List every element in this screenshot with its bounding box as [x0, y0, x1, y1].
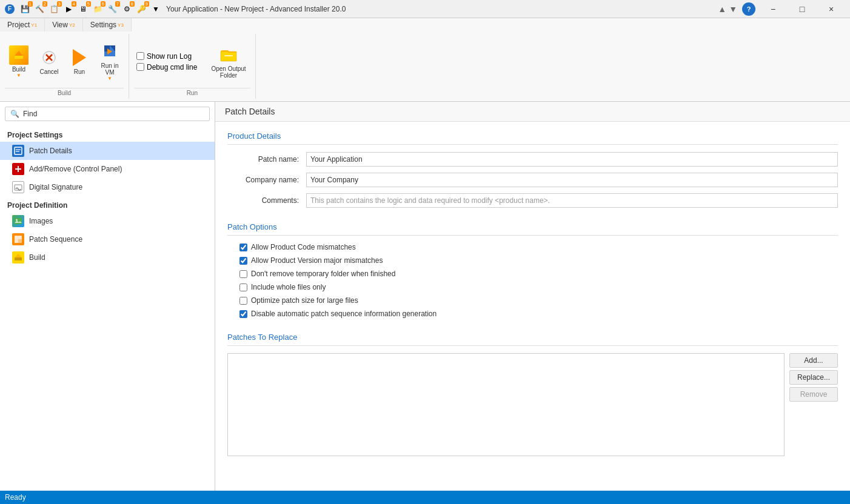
patch-details-icon — [12, 145, 24, 157]
build-button[interactable]: Build ▼ — [5, 42, 33, 81]
sidebar-item-digital-signature[interactable]: Digital Signature — [0, 178, 215, 196]
allow-version-major-option[interactable]: Allow Product Version major mismatches — [239, 256, 838, 265]
help-button[interactable]: ? — [742, 2, 755, 16]
sidebar-item-images[interactable]: Images — [0, 212, 215, 230]
patches-to-replace-title: Patches To Replace — [227, 333, 838, 346]
nav-up[interactable]: ▲ — [717, 4, 728, 14]
disable-auto-patch-label: Disable automatic patch sequence informa… — [251, 310, 437, 318]
dont-remove-temp-label: Don't remove temporary folder when finis… — [251, 270, 395, 278]
ribbon-tab-view[interactable]: ViewY2 — [45, 18, 83, 31]
product-details-section: Product Details Patch name: Company name… — [227, 131, 838, 208]
include-whole-files-checkbox[interactable] — [239, 284, 247, 291]
sidebar-item-label-images: Images — [29, 217, 53, 225]
images-icon — [12, 215, 24, 227]
sidebar-item-patch-sequence[interactable]: Patch Sequence — [0, 230, 215, 248]
disable-auto-patch-checkbox[interactable] — [239, 310, 247, 318]
patch-seq-icon — [12, 233, 24, 245]
open-output-folder-button[interactable]: Open OutputFolder — [207, 42, 250, 82]
disable-auto-patch-option[interactable]: Disable automatic patch sequence informa… — [239, 310, 838, 318]
build-nav-icon — [12, 251, 24, 264]
run-group-label: Run — [134, 88, 250, 96]
quick-access-toolbar: 💾 1 🔨 2 📋 3 ▶ 4 🖥 5 📁 6 — [18, 2, 162, 16]
svg-marker-1 — [15, 51, 23, 56]
run-in-vm-button[interactable]: Run inVM ▼ — [96, 39, 124, 84]
maximize-button[interactable]: □ — [788, 0, 816, 18]
digital-sig-icon — [12, 181, 24, 193]
content-body: Product Details Patch name: Company name… — [215, 122, 850, 480]
sidebar-item-label-patch-details: Patch Details — [29, 147, 72, 155]
allow-product-code-option[interactable]: Allow Product Code mismatches — [239, 243, 838, 251]
open-output-icon — [219, 45, 238, 64]
add-button[interactable]: Add... — [789, 353, 838, 368]
remove-button[interactable]: Remove — [789, 387, 838, 402]
patches-to-replace-section: Patches To Replace Add... Replace... Rem… — [227, 333, 838, 456]
patches-buttons: Add... Replace... Remove — [789, 353, 838, 456]
minimize-button[interactable]: − — [759, 0, 787, 18]
patch-name-row: Patch name: — [227, 152, 838, 167]
show-run-log-checkbox[interactable]: Show run Log — [136, 52, 197, 61]
sidebar-item-build-nav[interactable]: Build — [0, 248, 215, 267]
optimize-patch-size-option[interactable]: Optimize patch size for large files — [239, 296, 838, 305]
ribbon-tab-settings[interactable]: SettingsY3 — [83, 18, 132, 31]
build-icon — [9, 45, 28, 65]
app-icon: F — [5, 4, 15, 14]
include-whole-files-label: Include whole files only — [251, 283, 326, 291]
sidebar-item-label-add-remove: Add/Remove (Control Panel) — [29, 165, 122, 173]
patch-name-label: Patch name: — [227, 155, 306, 164]
project-definition-label: Project Definition — [0, 196, 215, 212]
ribbon-content: Build ▼ Cancel Run — [0, 31, 850, 101]
search-icon: 🔍 — [10, 110, 19, 118]
cancel-button[interactable]: Cancel — [35, 45, 63, 78]
content-header: Patch Details — [215, 102, 850, 122]
allow-version-major-checkbox[interactable] — [239, 257, 247, 265]
debug-cmd-checkbox[interactable]: Debug cmd line — [136, 63, 197, 71]
run-button[interactable]: Run — [65, 45, 93, 78]
dont-remove-temp-option[interactable]: Don't remove temporary folder when finis… — [239, 270, 838, 278]
svg-rect-22 — [15, 239, 18, 243]
svg-rect-17 — [15, 218, 22, 224]
search-box[interactable]: 🔍 — [5, 107, 210, 121]
company-name-input[interactable] — [306, 173, 838, 187]
sidebar: 🔍 Project Settings Patch Details Add/Rem… — [0, 102, 215, 491]
patch-options-section: Patch Options Allow Product Code mismatc… — [227, 222, 838, 318]
dont-remove-temp-checkbox[interactable] — [239, 270, 247, 278]
ribbon-tabs: ProjectY1 ViewY2 SettingsY3 — [0, 18, 850, 31]
build-group: Build ▼ Cancel Run — [0, 34, 129, 99]
company-name-row: Company name: — [227, 173, 838, 187]
allow-product-code-label: Allow Product Code mismatches — [251, 243, 356, 251]
show-run-log-input[interactable] — [136, 52, 144, 60]
replace-button[interactable]: Replace... — [789, 370, 838, 385]
company-name-label: Company name: — [227, 176, 306, 184]
window-title: Your Application - New Project - Advance… — [166, 5, 346, 13]
window-controls: − □ × — [759, 0, 845, 18]
title-bar: F 💾 1 🔨 2 📋 3 ▶ 4 🖥 5 — [0, 0, 850, 18]
ribbon-tab-project[interactable]: ProjectY1 — [0, 18, 45, 31]
svg-rect-10 — [224, 55, 233, 56]
status-text: Ready — [5, 493, 26, 502]
comments-input[interactable] — [306, 193, 838, 208]
optimize-patch-size-checkbox[interactable] — [239, 297, 247, 305]
patch-options-title: Patch Options — [227, 222, 838, 236]
patch-name-input[interactable] — [306, 152, 838, 167]
allow-version-major-label: Allow Product Version major mismatches — [251, 256, 383, 265]
main-layout: 🔍 Project Settings Patch Details Add/Rem… — [0, 102, 850, 491]
close-button[interactable]: × — [817, 0, 845, 18]
run-icon — [70, 48, 89, 67]
sidebar-item-add-remove[interactable]: Add/Remove (Control Panel) — [0, 160, 215, 178]
project-settings-label: Project Settings — [0, 126, 215, 142]
search-input[interactable] — [23, 110, 204, 118]
sidebar-item-label-build-nav: Build — [29, 253, 45, 262]
qat-dropdown[interactable]: ▼ — [149, 2, 162, 16]
comments-row: Comments: — [227, 193, 838, 208]
svg-point-18 — [16, 219, 18, 221]
allow-product-code-checkbox[interactable] — [239, 244, 247, 251]
include-whole-files-option[interactable]: Include whole files only — [239, 283, 838, 291]
debug-cmd-input[interactable] — [136, 63, 144, 71]
sidebar-item-label-digital-sig: Digital Signature — [29, 183, 82, 191]
sidebar-item-patch-details[interactable]: Patch Details — [0, 142, 215, 160]
svg-rect-21 — [18, 236, 22, 239]
nav-down[interactable]: ▼ — [728, 4, 738, 14]
svg-rect-23 — [18, 239, 22, 243]
svg-rect-24 — [15, 257, 22, 260]
patches-list — [227, 353, 785, 456]
